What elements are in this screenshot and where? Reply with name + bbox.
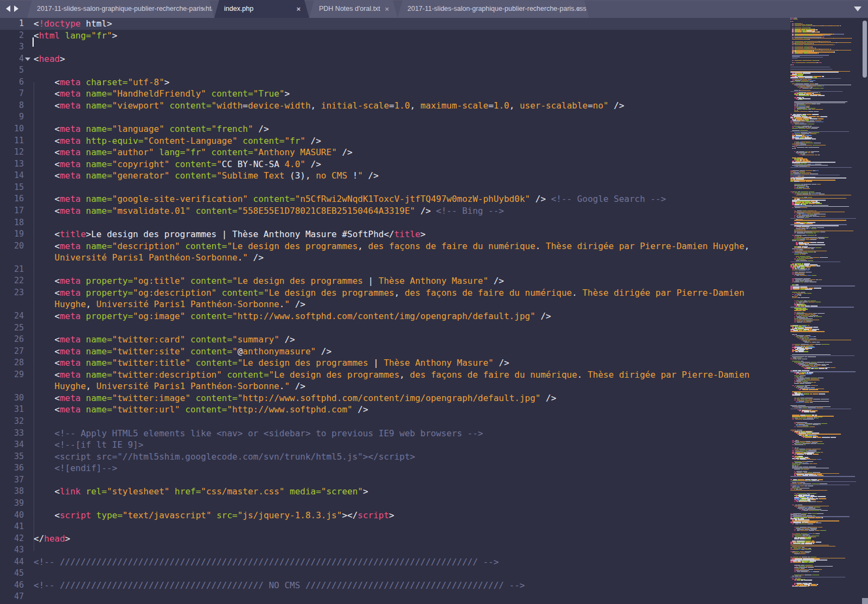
code-row[interactable]: 16<meta name="google-site-verification" … <box>0 193 790 205</box>
code-row[interactable]: 38<link rel="stylesheet" href="css/maste… <box>0 486 790 498</box>
tab-scroll-left-icon[interactable] <box>6 5 10 12</box>
tab-2[interactable]: index.php× <box>214 0 309 18</box>
code-row[interactable]: 5 <box>0 65 790 77</box>
minimap-line <box>794 233 796 233</box>
code-row[interactable]: 45 <box>0 568 790 580</box>
code-row[interactable]: 12<meta name="author" lang="fr" content=… <box>0 147 790 158</box>
code-row[interactable]: Université Paris1 Panthéon-Sorbonne." /> <box>0 252 790 264</box>
minimap-line <box>797 297 801 298</box>
tab-close-icon[interactable]: × <box>296 0 301 18</box>
minimap-line <box>801 395 805 395</box>
code-row[interactable]: 39 <box>0 498 790 510</box>
minimap-line <box>819 31 820 32</box>
code-row[interactable]: 8<meta name="viewport" content="width=de… <box>0 100 790 112</box>
minimap-line <box>808 486 813 486</box>
minimap[interactable] <box>790 18 860 604</box>
code-row[interactable]: 41 <box>0 521 790 533</box>
tab-overflow-menu-icon[interactable] <box>854 7 861 11</box>
code-row[interactable]: 46<!-- /////////////////////////////////… <box>0 580 790 592</box>
line-number: 2 <box>0 30 24 42</box>
tab-close-icon[interactable]: × <box>385 0 389 18</box>
tab-close-icon[interactable]: × <box>201 0 206 18</box>
code-row[interactable]: 3 <box>0 41 790 53</box>
code-row[interactable]: 29<meta name="twitter:description" conte… <box>0 369 790 381</box>
code-row[interactable]: 1<!doctype html> <box>0 18 790 30</box>
code-row[interactable]: 44<!-- /////////////////////////////////… <box>0 556 790 568</box>
code-row[interactable]: 20<meta name="description" content="Le d… <box>0 240 790 252</box>
line-number: 22 <box>0 275 24 287</box>
code-row[interactable]: 27<meta name="twitter:site" content="@an… <box>0 346 790 358</box>
code-row[interactable]: 30<meta name="twitter:image" content="ht… <box>0 392 790 404</box>
code-row[interactable]: 19<title>Le design des programmes | Thès… <box>0 228 790 240</box>
minimap-line <box>791 19 793 20</box>
code-row[interactable]: 21 <box>0 264 790 276</box>
minimap-line <box>819 279 822 280</box>
minimap-line <box>813 571 819 572</box>
code-row[interactable]: 34<!--[if lt IE 9]> <box>0 439 790 451</box>
line-number: 46 <box>0 580 24 592</box>
code-row[interactable]: 7<meta name="HandheldFriendly" content="… <box>0 88 790 100</box>
minimap-line <box>821 423 827 424</box>
code-row[interactable]: 40<script type="text/javascript" src="js… <box>0 510 790 522</box>
code-row[interactable]: 10<meta name="language" content="french"… <box>0 123 790 135</box>
minimap-line <box>805 155 809 155</box>
code-row[interactable]: 47 <box>0 591 790 603</box>
code-row[interactable]: 18 <box>0 217 790 229</box>
code-row[interactable]: Huyghe, Université Paris1 Panthéon-Sorbo… <box>0 298 790 310</box>
minimap-line <box>794 554 799 554</box>
minimap-line <box>819 393 826 394</box>
minimap-line <box>806 228 808 229</box>
code-row[interactable]: 28<meta name="twitter:title" content="Le… <box>0 357 790 369</box>
code-row[interactable]: 9 <box>0 111 790 123</box>
fold-arrow-icon[interactable] <box>25 58 30 61</box>
code-row[interactable]: 25 <box>0 322 790 334</box>
code-row[interactable]: 43 <box>0 544 790 556</box>
tab-close-icon[interactable]: × <box>576 0 580 18</box>
code-row[interactable]: 14<meta name="generator" content="Sublim… <box>0 170 790 182</box>
code-row[interactable]: 31<meta name="twitter:url" content="http… <box>0 404 790 416</box>
minimap-line <box>793 31 794 32</box>
code-row[interactable]: 24<meta property="og:image" content="htt… <box>0 310 790 322</box>
code-row[interactable]: 32 <box>0 416 790 428</box>
minimap-line <box>810 122 814 122</box>
code-row[interactable]: 15 <box>0 182 790 194</box>
code-row[interactable]: 33<!-- Apply HTML5 elements like <nav> o… <box>0 428 790 440</box>
code-row[interactable]: 13<meta name="copyright" content="CC BY-… <box>0 158 790 170</box>
minimap-line <box>809 501 816 502</box>
minimap-line <box>802 562 804 562</box>
code-row[interactable]: 35<script src="//html5shim.googlecode.co… <box>0 451 790 463</box>
minimap-line <box>814 569 822 570</box>
minimap-line <box>792 419 794 419</box>
minimap-line <box>817 443 824 444</box>
minimap-line <box>812 431 814 431</box>
minimap-line <box>819 441 822 442</box>
minimap-line <box>851 38 852 39</box>
tab-3[interactable]: PDH Notes d'oral.txt× <box>309 0 398 18</box>
code-row[interactable]: 6<meta charset="utf-8"> <box>0 77 790 88</box>
code-row[interactable]: 2<html lang="fr"> <box>0 30 790 42</box>
minimap-line <box>806 419 813 419</box>
code-row[interactable]: 36<![endif]--> <box>0 462 790 474</box>
code-row[interactable]: 23<meta property="og:description" conten… <box>0 287 790 299</box>
minimap-line <box>816 542 821 542</box>
minimap-line <box>805 244 808 245</box>
code-row[interactable]: 4<head> <box>0 53 790 65</box>
tab-title: 2017-11-slides-salon-graphique-publier-r… <box>407 5 586 12</box>
code-row[interactable]: 11<meta http-equiv="Content-Language" co… <box>0 135 790 147</box>
code-row[interactable]: 22<meta property="og:title" content="Le … <box>0 275 790 287</box>
scrollbar-thumb[interactable] <box>863 21 867 78</box>
code-editor[interactable]: 1<!doctype html>2<html lang="fr">34<head… <box>0 18 790 604</box>
minimap-line <box>792 240 796 241</box>
code-row[interactable]: 37 <box>0 474 790 486</box>
tab-scroll-right-icon[interactable] <box>14 5 18 12</box>
code-row[interactable]: 42</head> <box>0 533 790 545</box>
minimap-line <box>803 293 807 294</box>
code-row[interactable]: 17<meta name="msvalidate.01" content="55… <box>0 205 790 217</box>
minimap-line <box>799 389 800 390</box>
tab-4[interactable]: 2017-11-slides-salon-graphique-publier-r… <box>398 0 589 18</box>
code-row[interactable]: 26<meta name="twitter:card" content="sum… <box>0 334 790 346</box>
minimap-line <box>813 401 820 402</box>
minimap-line <box>821 517 823 518</box>
tab-1[interactable]: 2017-11-slides-salon-graphique-publier-r… <box>27 0 214 18</box>
code-row[interactable]: Huyghe, Université Paris1 Panthéon-Sorbo… <box>0 380 790 392</box>
